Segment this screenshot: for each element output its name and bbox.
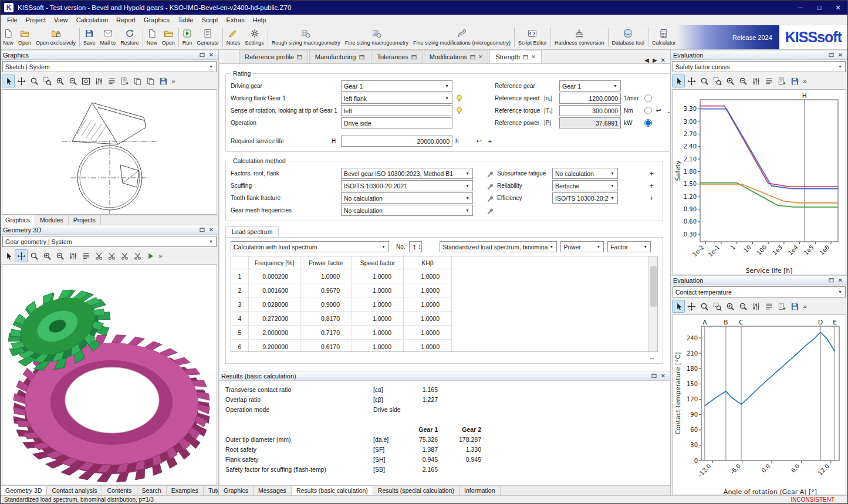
temperature-chart-canvas[interactable]: 0306090120150180210240-12.0-6.00.06.012.…	[672, 314, 846, 495]
tool-list[interactable]	[762, 75, 775, 87]
scrollbar-thumb[interactable]	[650, 266, 657, 307]
tool-move[interactable]	[15, 249, 28, 262]
toolbar-database-tool[interactable]: Database tool	[610, 25, 647, 49]
close-icon[interactable]: ✕	[836, 277, 845, 283]
tool-zoom-window[interactable]	[711, 300, 724, 313]
table-scrollbar[interactable]	[648, 256, 657, 351]
reference-gear-select[interactable]: Gear 1▾	[559, 80, 621, 92]
close-button[interactable]: ✕	[829, 1, 847, 15]
subsurface-fatigue-select[interactable]: No calculation▾	[552, 168, 618, 179]
scuffing-select[interactable]: ISO/TS 10300-20:2021▾	[341, 180, 473, 191]
float-icon[interactable]	[649, 373, 658, 378]
reference-torque-radio[interactable]	[644, 107, 652, 114]
close-icon[interactable]: ✕	[658, 373, 668, 379]
tool-zoom-out[interactable]	[736, 75, 749, 87]
minimize-button[interactable]: ─	[791, 1, 810, 15]
sketch-canvas[interactable]	[2, 89, 217, 215]
toolbar-fine-sizing-macrogeometry[interactable]: Fine sizing macrogeometry	[343, 25, 411, 49]
toolbar-overflow-icon[interactable]: »	[801, 75, 809, 87]
toolbar-settings[interactable]: Settings	[242, 25, 266, 49]
tool-zoom-out[interactable]	[736, 300, 749, 313]
add-icon[interactable]: +	[647, 169, 656, 178]
wrench-icon[interactable]	[486, 195, 497, 202]
menu-report[interactable]: Report	[112, 16, 140, 24]
float-icon[interactable]	[470, 55, 475, 60]
toolbar-new[interactable]: New	[144, 25, 160, 49]
toolbar-mail-to[interactable]: Mail to	[98, 25, 119, 49]
tool-zoom-out[interactable]	[66, 75, 79, 87]
float-icon[interactable]	[826, 52, 836, 57]
tab-graphics[interactable]: Graphics	[219, 486, 254, 495]
toolbar-new[interactable]: New	[1, 25, 16, 49]
graphics-view-select[interactable]: Sketch | System ▾	[2, 61, 217, 72]
menu-calculation[interactable]: Calculation	[72, 16, 112, 24]
tool-cut[interactable]	[105, 249, 118, 262]
gear-mesh-frequencies-select[interactable]: No calculation▾	[341, 205, 473, 216]
close-icon[interactable]: ✕	[836, 52, 845, 58]
tab-load-spectrum[interactable]: Load spectrum	[225, 226, 279, 237]
close-icon[interactable]: ✕	[207, 226, 216, 233]
tab-information[interactable]: Information	[460, 486, 501, 495]
tool-export[interactable]	[775, 300, 788, 313]
wrench-icon[interactable]	[486, 207, 497, 214]
geometry-view-select[interactable]: Gear geometry | System ▾	[2, 236, 217, 247]
tool-copy[interactable]	[144, 75, 157, 87]
tool-play[interactable]	[144, 249, 157, 262]
tool-zoom-in[interactable]	[724, 75, 736, 87]
tool-copy[interactable]	[131, 75, 144, 87]
menu-script[interactable]: Script	[197, 16, 222, 24]
reference-power-radio[interactable]	[644, 119, 652, 127]
doc-tab-tolerances[interactable]: Tolerances	[371, 50, 423, 63]
table-row[interactable]: 69.2000000.61701.00001.0000	[231, 340, 453, 352]
toolbar-open[interactable]: Open	[160, 25, 177, 49]
factors-select[interactable]: Bevel gear ISO 10300:2023, Method B1▾	[341, 168, 473, 179]
menu-extras[interactable]: Extras	[222, 16, 249, 24]
tab-examples[interactable]: Examples	[167, 486, 204, 495]
tool-cursor[interactable]	[672, 75, 685, 87]
tool-cut[interactable]	[92, 249, 105, 262]
tool-zoom[interactable]	[28, 75, 40, 87]
float-icon[interactable]	[297, 55, 302, 60]
safety-chart-canvas[interactable]: 0.300.600.901.201.501.802.102.402.703.00…	[672, 89, 846, 275]
table-row[interactable]: 52.0000000.71701.00001.0000	[231, 326, 453, 340]
tool-cursor[interactable]	[2, 249, 15, 262]
tab-contents[interactable]: Contents	[102, 486, 137, 495]
menu-graphics[interactable]: Graphics	[140, 16, 174, 24]
doc-tab-strength[interactable]: Strength✕	[489, 50, 541, 63]
load-spectrum-number-spinner[interactable]: 1▴▾	[409, 241, 423, 252]
tab-tutorials[interactable]: Tutorials	[204, 486, 218, 495]
reliability-select[interactable]: Bertsche▾	[552, 180, 618, 191]
tab-contact-analysis[interactable]: Contact analysis	[47, 486, 102, 495]
float-icon[interactable]	[411, 55, 417, 60]
evaluation2-view-select[interactable]: Contact temperature ▾	[673, 286, 846, 297]
toolbar-overflow-icon[interactable]: »	[170, 75, 177, 87]
tab-geometry-3d[interactable]: Geometry 3D	[1, 486, 47, 495]
toolbar-script-editor[interactable]: Script Editor	[516, 25, 549, 49]
factor-select[interactable]: Factor▾	[607, 241, 651, 252]
toolbar-open-exclusively[interactable]: Open exclusively	[33, 25, 78, 49]
reference-speed-radio[interactable]	[644, 94, 652, 102]
tool-zoom-in[interactable]	[53, 75, 66, 87]
expand-icon[interactable]: ↔	[647, 354, 657, 361]
tool-disk[interactable]	[788, 300, 801, 313]
swap-icon[interactable]: ↔	[665, 107, 670, 114]
toolbar-run[interactable]: Run	[180, 25, 195, 49]
spectrum-type-select[interactable]: Standardized load spectrum, binominal di…	[440, 241, 557, 252]
spinner-arrows-icon[interactable]: ▴▾	[418, 244, 420, 250]
tab-results-special-calculation[interactable]: Results (special calculation)	[373, 486, 460, 495]
tool-cursor[interactable]	[672, 300, 685, 313]
power-select[interactable]: Power▾	[560, 241, 604, 252]
gear-3d-canvas[interactable]	[2, 264, 217, 485]
tool-list[interactable]	[79, 249, 92, 262]
tool-move[interactable]	[685, 300, 698, 313]
doc-tab-reference-profile[interactable]: Reference profile	[239, 50, 308, 63]
sense-rotation-input[interactable]: left	[341, 105, 452, 116]
driving-gear-select[interactable]: Gear 1▾	[341, 80, 452, 92]
close-icon[interactable]: ✕	[478, 54, 483, 60]
working-flank-select[interactable]: left flank▾	[341, 93, 452, 104]
tool-zoom[interactable]	[698, 75, 711, 87]
toolbar-open[interactable]: Open	[16, 25, 33, 49]
tool-zoom-window[interactable]	[711, 75, 724, 87]
convert-icon[interactable]: ↩	[654, 107, 663, 114]
tab-graphics[interactable]: Graphics	[1, 215, 35, 225]
